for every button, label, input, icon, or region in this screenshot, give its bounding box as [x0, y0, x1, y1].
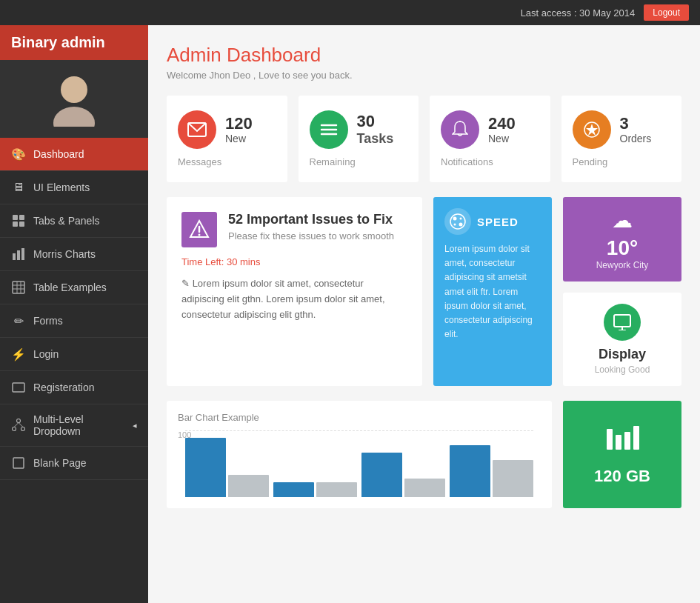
- svg-point-18: [21, 427, 25, 431]
- sidebar-item-tabs-panels[interactable]: Tabs & Panels: [0, 204, 148, 238]
- bar-gray-1: [228, 475, 269, 497]
- notifications-icon-circle: [441, 110, 479, 149]
- bar-blue-4: [450, 445, 490, 497]
- bar-group-3: [361, 453, 445, 497]
- svg-point-16: [17, 419, 21, 423]
- sidebar: Binary admin 🎨 Dashboard 🖥 UI Elements: [0, 25, 148, 603]
- issues-icon: [181, 212, 217, 247]
- display-subtitle: Looking Good: [574, 364, 670, 375]
- avatar: [48, 75, 100, 127]
- svg-rect-9: [21, 248, 24, 260]
- sidebar-item-table-examples[interactable]: Table Examples: [0, 271, 148, 304]
- svg-point-29: [199, 234, 201, 236]
- page-title: Admin Dashboard: [167, 44, 681, 67]
- svg-rect-4: [19, 215, 24, 220]
- sidebar-label-login: Login: [33, 348, 59, 360]
- bar-group-2: [273, 482, 357, 497]
- table-icon: [11, 280, 26, 295]
- orders-label-top: Orders: [620, 133, 652, 144]
- orders-number: 3: [620, 115, 652, 133]
- sidebar-item-registration[interactable]: Registeration: [0, 371, 148, 404]
- svg-rect-39: [616, 435, 621, 450]
- right-mini-col: ☁ 10° Newyork City Display Looking Good: [563, 197, 681, 386]
- messages-label-top: New: [225, 133, 253, 144]
- chart-icon: [11, 247, 26, 261]
- bar-group-1: [185, 438, 269, 497]
- tasks-desc: Remaining: [310, 156, 356, 167]
- issues-subtitle: Please fix these issues to work smooth: [228, 230, 394, 241]
- hierarchy-icon: [11, 418, 26, 433]
- weather-card: ☁ 10° Newyork City: [563, 197, 681, 281]
- reg-icon: [11, 380, 26, 395]
- blank-icon: [11, 456, 26, 470]
- edit-icon: ✏: [11, 313, 26, 328]
- sidebar-item-blank-page[interactable]: Blank Page: [0, 447, 148, 480]
- bottom-row: Bar Chart Example 100: [167, 401, 681, 508]
- page-subtitle: Welcome Jhon Deo , Love to see you back.: [167, 70, 681, 81]
- topbar: Last access : 30 May 2014 Logout: [0, 0, 700, 25]
- bar-blue-2: [273, 482, 314, 497]
- issues-card: 52 Important Issues to Fix Please fix th…: [167, 197, 422, 386]
- storage-card: 120 GB: [563, 401, 681, 508]
- sidebar-item-multi-level[interactable]: Multi-Level Dropdown ◂: [0, 404, 148, 447]
- orders-desc: Pending: [573, 156, 608, 167]
- svg-rect-10: [13, 281, 24, 293]
- svg-rect-35: [614, 315, 630, 327]
- sidebar-label-table-examples: Table Examples: [33, 281, 107, 293]
- bar-blue-3: [361, 453, 402, 497]
- sidebar-label-morris-charts: Morris Charts: [33, 248, 96, 260]
- main-content: Admin Dashboard Welcome Jhon Deo , Love …: [148, 25, 700, 603]
- arrow-icon: ◂: [133, 421, 137, 430]
- stat-card-messages: 120 New Messages: [167, 96, 287, 182]
- notifications-label-top: New: [488, 133, 516, 144]
- sidebar-item-morris-charts[interactable]: Morris Charts: [0, 238, 148, 271]
- display-title: Display: [574, 347, 670, 362]
- sidebar-label-ui-elements: UI Elements: [33, 181, 90, 193]
- notifications-number: 240: [488, 115, 516, 133]
- stat-card-orders: 3 Orders Pending: [561, 96, 682, 182]
- issues-title-text: Important Issues to Fix: [247, 212, 393, 227]
- main-layout: Binary admin 🎨 Dashboard 🖥 UI Elements: [0, 25, 700, 603]
- speed-icon: [444, 208, 471, 235]
- sidebar-label-tabs-panels: Tabs & Panels: [33, 215, 100, 227]
- stat-card-notifications: 240 New Notifications: [430, 96, 550, 182]
- svg-point-31: [453, 217, 457, 221]
- sidebar-label-registration: Registeration: [33, 382, 95, 393]
- issues-count: 52: [228, 212, 243, 227]
- svg-rect-5: [13, 221, 18, 227]
- sidebar-item-ui-elements[interactable]: 🖥 UI Elements: [0, 171, 148, 204]
- svg-line-19: [14, 423, 19, 427]
- svg-rect-40: [624, 432, 630, 450]
- monitor-icon: 🖥: [11, 180, 26, 195]
- svg-rect-38: [607, 429, 613, 450]
- notifications-desc: Notifications: [441, 156, 493, 167]
- svg-point-32: [460, 218, 462, 220]
- svg-point-17: [13, 427, 16, 431]
- messages-number: 120: [225, 115, 253, 133]
- display-icon: [604, 304, 641, 341]
- svg-line-20: [19, 423, 23, 427]
- orders-icon-circle: [573, 110, 611, 149]
- logout-button[interactable]: Logout: [644, 4, 689, 21]
- chart-title: Bar Chart Example: [178, 412, 541, 423]
- svg-point-33: [454, 224, 456, 226]
- svg-rect-15: [13, 383, 24, 392]
- weather-temp: 10°: [574, 236, 670, 260]
- sidebar-nav: 🎨 Dashboard 🖥 UI Elements Tabs & Panels …: [0, 138, 148, 603]
- dashboard-icon: 🎨: [11, 147, 26, 161]
- chart-area: [178, 430, 541, 497]
- sidebar-label-dashboard: Dashboard: [33, 148, 84, 160]
- sidebar-item-login[interactable]: ⚡ Login: [0, 338, 148, 371]
- sidebar-item-dashboard[interactable]: 🎨 Dashboard: [0, 138, 148, 171]
- svg-point-1: [53, 107, 95, 127]
- stats-row: 120 New Messages 30 Tasks Remain: [167, 96, 681, 182]
- bar-group-4: [450, 445, 533, 497]
- avatar-area: [0, 60, 148, 138]
- cloud-icon: ☁: [574, 208, 670, 233]
- tasks-label-top: Tasks: [357, 131, 394, 147]
- tasks-icon-circle: [310, 110, 348, 149]
- bar-gray-2: [316, 482, 357, 497]
- sidebar-item-forms[interactable]: ✏ Forms: [0, 304, 148, 338]
- issues-time: Time Left: 30 mins: [181, 256, 407, 267]
- bar-blue-1: [185, 438, 226, 497]
